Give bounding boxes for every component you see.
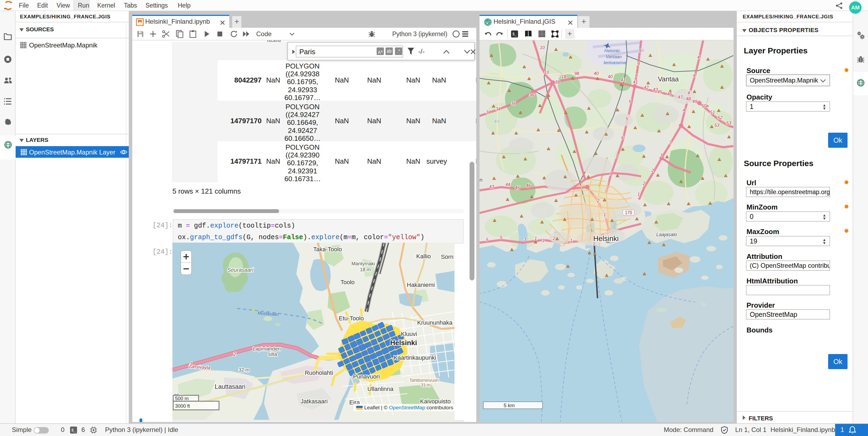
svg-text:Kruununhaka: Kruununhaka: [417, 319, 453, 326]
svg-text:10: 10: [544, 70, 549, 75]
svg-text:1: 1: [603, 212, 606, 217]
svg-text:52: 52: [718, 115, 722, 120]
svg-text:10: 10: [540, 45, 545, 50]
svg-text:4: 4: [683, 108, 685, 112]
svg-text:5 km: 5 km: [503, 403, 515, 408]
svg-text:Seurasaari: Seurasaari: [227, 267, 253, 273]
svg-text:31 m: 31 m: [421, 383, 431, 387]
svg-text:4: 4: [693, 73, 695, 78]
svg-text:41: 41: [621, 78, 625, 82]
svg-text:45: 45: [657, 89, 662, 94]
svg-text:Laajasalo: Laajasalo: [656, 232, 677, 237]
svg-text:18: 18: [561, 75, 566, 79]
svg-text:3: 3: [669, 140, 672, 145]
svg-text:3000 ft: 3000 ft: [175, 403, 190, 409]
svg-text:43: 43: [489, 184, 494, 189]
svg-text:40: 40: [594, 71, 598, 76]
svg-text:5: 5: [629, 99, 631, 104]
svg-text:3: 3: [542, 238, 545, 243]
svg-text:Toolo: Toolo: [341, 279, 355, 286]
svg-text:170: 170: [625, 210, 632, 215]
svg-text:Taka-Toolo: Taka-Toolo: [313, 246, 342, 253]
svg-text:2: 2: [597, 199, 599, 203]
svg-text:6: 6: [621, 135, 624, 140]
svg-text:Etu-Toolo: Etu-Toolo: [339, 315, 364, 322]
svg-text:5: 5: [500, 235, 502, 240]
svg-text:42: 42: [644, 85, 649, 90]
svg-text:48: 48: [686, 96, 691, 101]
svg-text:2: 2: [651, 168, 654, 173]
svg-text:36: 36: [529, 93, 534, 97]
svg-text:1: 1: [570, 238, 572, 243]
svg-text:53: 53: [726, 121, 731, 125]
svg-text:Kaivopuisto: Kaivopuisto: [420, 398, 451, 405]
svg-text:3: 3: [524, 237, 526, 242]
svg-text:n: n: [479, 177, 483, 183]
svg-text:44: 44: [505, 182, 510, 187]
svg-text:Helsinki: Helsinki: [593, 235, 619, 243]
svg-text:8: 8: [635, 73, 638, 78]
svg-text:41: 41: [633, 80, 638, 84]
svg-text:34: 34: [486, 110, 491, 115]
svg-text:Hakaniemi: Hakaniemi: [407, 282, 435, 288]
svg-text:Sorn: Sorn: [441, 254, 454, 260]
svg-text:Kaartinkaupunki: Kaartinkaupunki: [394, 354, 436, 361]
svg-text:46: 46: [526, 183, 531, 188]
svg-text:500 m: 500 m: [175, 396, 189, 401]
svg-text:18 m: 18 m: [360, 267, 371, 272]
svg-text:3: 3: [660, 153, 662, 158]
svg-text:Kallio: Kallio: [416, 253, 431, 260]
svg-text:Ullanlinna: Ullanlinna: [368, 385, 394, 392]
svg-text:7: 7: [615, 154, 618, 159]
svg-text:Vantaan: Vantaan: [606, 55, 621, 59]
svg-text:Helsinki-: Helsinki-: [604, 49, 621, 53]
svg-text:Jatkasaari: Jatkasaari: [301, 398, 328, 405]
svg-text:35: 35: [511, 101, 516, 106]
svg-text:1: 1: [190, 361, 192, 367]
svg-text:53: 53: [714, 123, 719, 127]
svg-text:Lapinlahden: Lapinlahden: [253, 346, 281, 352]
svg-text:1: 1: [638, 192, 640, 197]
svg-text:Vantaa: Vantaa: [658, 75, 679, 83]
svg-text:Lauttasaari: Lauttasaari: [215, 383, 245, 390]
svg-text:46: 46: [667, 92, 672, 96]
svg-text:2: 2: [643, 181, 645, 186]
svg-text:45: 45: [515, 185, 520, 190]
svg-text:Helsinki: Helsinki: [390, 339, 417, 347]
svg-text:Leaflet | © OpenStreetMap cont: Leaflet | © OpenStreetMap contributors: [364, 405, 454, 410]
svg-text:18: 18: [555, 80, 560, 84]
svg-text:1: 1: [534, 236, 537, 241]
svg-text:Ruoholahti: Ruoholahti: [305, 369, 333, 376]
svg-text:5: 5: [486, 237, 488, 242]
svg-text:Mantymaki: Mantymaki: [351, 261, 375, 266]
svg-text:9: 9: [638, 61, 640, 66]
svg-text:Kluuvi: Kluuvi: [401, 330, 417, 337]
svg-text:7: 7: [609, 172, 612, 176]
svg-text:2: 2: [233, 352, 236, 357]
svg-text:40: 40: [608, 75, 613, 79]
svg-text:Punavuori: Punavuori: [353, 373, 380, 380]
svg-text:51: 51: [710, 110, 715, 115]
svg-text:2: 2: [553, 236, 555, 241]
svg-text:47: 47: [678, 95, 683, 99]
svg-text:silta: silta: [268, 351, 277, 357]
svg-text:50a: 50a: [702, 104, 709, 108]
svg-text:9: 9: [639, 49, 642, 53]
svg-text:32 m: 32 m: [239, 367, 249, 373]
svg-text:98: 98: [575, 71, 579, 76]
svg-text:lentoasema: lentoasema: [604, 60, 626, 65]
svg-text:34: 34: [496, 107, 500, 111]
svg-text:4: 4: [687, 91, 690, 95]
svg-text:Tahtitorninvuori: Tahtitorninvuori: [409, 378, 439, 383]
svg-text:5: 5: [625, 116, 628, 121]
svg-text:49: 49: [692, 99, 697, 104]
svg-text:4: 4: [697, 55, 700, 60]
